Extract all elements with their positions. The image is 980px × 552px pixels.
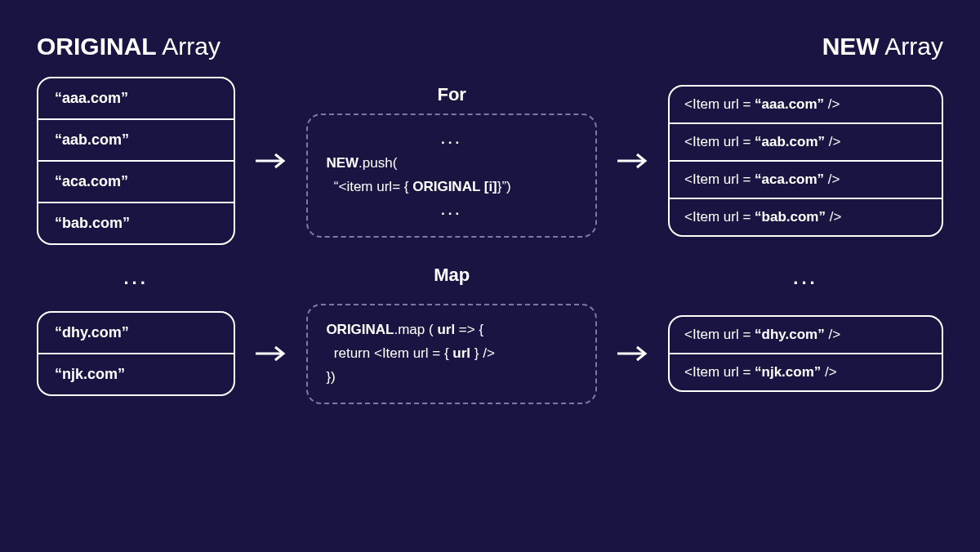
- for-code-box: ... NEW.push( “<item url= { ORIGINAL [i]…: [306, 114, 597, 238]
- code-line: }): [326, 366, 577, 390]
- heading-new: NEW Array: [822, 33, 943, 60]
- heading-original: ORIGINAL Array: [37, 33, 220, 60]
- ellipsis: ...: [326, 128, 577, 152]
- arrow-right-icon: [253, 344, 288, 363]
- original-array-bottom: “dhy.com” “njk.com”: [37, 311, 235, 396]
- code-line: ORIGINAL.map ( url => {: [326, 318, 577, 342]
- new-array-bottom: <Item url = “dhy.com” /> <Item url = “nj…: [668, 315, 943, 392]
- list-item: “aca.com”: [38, 162, 234, 203]
- arrow-right-icon: [253, 151, 288, 171]
- ellipsis: ...: [37, 268, 235, 289]
- list-item: “aaa.com”: [38, 78, 234, 120]
- ellipsis: ...: [668, 268, 943, 289]
- code-line: return <Item url = { url } />: [326, 342, 577, 366]
- list-item: <Item url = “njk.com” />: [670, 354, 942, 390]
- map-label: Map: [434, 265, 470, 286]
- list-item: <Item url = “bab.com” />: [670, 199, 942, 235]
- map-code-box: ORIGINAL.map ( url => { return <Item url…: [306, 304, 597, 404]
- ellipsis: ...: [326, 199, 577, 223]
- list-item: “bab.com”: [38, 203, 234, 243]
- code-line: NEW.push(: [326, 152, 577, 176]
- list-item: <Item url = “aaa.com” />: [670, 87, 942, 124]
- code-line: “<item url= { ORIGINAL [i]}”): [326, 176, 577, 199]
- list-item: “njk.com”: [38, 354, 234, 394]
- original-array-top: “aaa.com” “aab.com” “aca.com” “bab.com”: [37, 77, 235, 245]
- list-item: <Item url = “dhy.com” />: [670, 317, 942, 354]
- list-item: <Item url = “aca.com” />: [670, 162, 942, 199]
- arrow-right-icon: [615, 151, 650, 171]
- for-label: For: [437, 84, 466, 105]
- list-item: “dhy.com”: [38, 313, 234, 354]
- list-item: <Item url = “aab.com” />: [670, 124, 942, 162]
- arrow-right-icon: [615, 344, 650, 363]
- new-array-top: <Item url = “aaa.com” /> <Item url = “aa…: [668, 85, 943, 237]
- list-item: “aab.com”: [38, 120, 234, 162]
